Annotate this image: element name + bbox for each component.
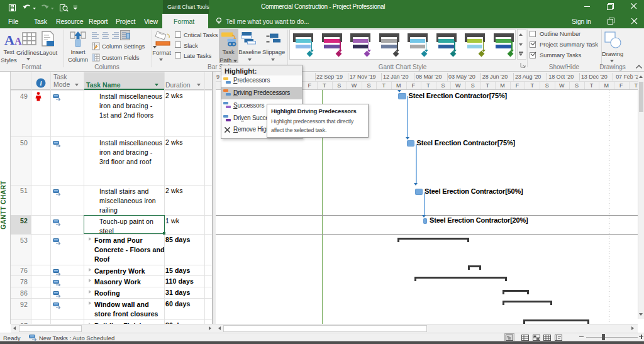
svg-text:A: A <box>4 32 14 47</box>
